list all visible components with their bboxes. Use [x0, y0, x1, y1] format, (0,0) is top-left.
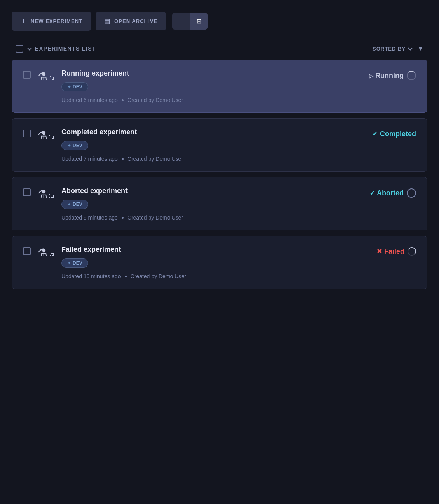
- status-badge: ▷ Running: [369, 71, 416, 80]
- status-badge: ✓ Aborted: [369, 188, 416, 198]
- layers-icon: 🗂: [48, 133, 54, 140]
- card-meta: Updated 10 minutes ago Created by Demo U…: [61, 273, 416, 279]
- toolbar: ＋ NEW EXPERIMENT ▤ OPEN ARCHIVE ☰ ⊞: [12, 12, 427, 31]
- list-header-left: EXPERIMENTS LIST: [16, 45, 96, 53]
- list-view-button[interactable]: ☰: [172, 13, 190, 30]
- updated-time: Updated 9 minutes ago: [61, 214, 118, 221]
- sorted-by-chevron: [409, 48, 412, 50]
- experiment-tag: ✦ DEV: [61, 82, 88, 91]
- layers-icon: 🗂: [48, 251, 54, 258]
- list-title: EXPERIMENTS LIST: [35, 46, 96, 52]
- experiment-tag: ✦ DEV: [61, 200, 88, 209]
- tag-icon: ✦: [67, 261, 71, 266]
- status-label: ✕ Failed: [376, 247, 404, 256]
- experiment-title: Completed experiment: [61, 128, 416, 136]
- select-all-dropdown[interactable]: [28, 48, 31, 50]
- updated-time: Updated 10 minutes ago: [61, 273, 121, 279]
- updated-time: Updated 7 minutes ago: [61, 156, 118, 162]
- list-header-right: SORTED BY ▼: [373, 45, 423, 52]
- card-body: Aborted experiment ✦ DEV Updated 9 minut…: [61, 187, 416, 221]
- archive-icon: ▤: [104, 18, 110, 25]
- view-toggle: ☰ ⊞: [172, 13, 208, 30]
- list-view-icon: ☰: [178, 18, 184, 25]
- created-by: Created by Demo User: [128, 214, 183, 221]
- sorted-by-control[interactable]: SORTED BY: [373, 46, 412, 52]
- card-meta: Updated 9 minutes ago Created by Demo Us…: [61, 214, 416, 221]
- card-meta: Updated 7 minutes ago Created by Demo Us…: [61, 156, 416, 162]
- meta-separator: [122, 217, 124, 219]
- updated-time: Updated 6 minutes ago: [61, 97, 118, 103]
- meta-separator: [122, 99, 124, 101]
- list-header: EXPERIMENTS LIST SORTED BY ▼: [12, 45, 427, 53]
- experiment-icon: ⚗🗂: [38, 129, 54, 142]
- card-body: Failed experiment ✦ DEV Updated 10 minut…: [61, 246, 416, 279]
- plus-icon: ＋: [20, 17, 27, 25]
- status-badge: ✕ Failed: [376, 247, 416, 256]
- status-badge: ✓ Completed: [372, 130, 416, 138]
- flask-icon: ⚗: [38, 129, 47, 142]
- tag-icon: ✦: [67, 143, 71, 148]
- flask-icon: ⚗: [38, 188, 47, 200]
- experiment-tag: ✦ DEV: [61, 141, 88, 150]
- experiment-title: Aborted experiment: [61, 187, 416, 195]
- x-icon: ✕: [376, 248, 382, 255]
- meta-separator: [125, 276, 127, 277]
- created-by: Created by Demo User: [131, 273, 186, 279]
- filter-icon[interactable]: ▼: [417, 45, 423, 52]
- experiment-icon: ⚗🗂: [38, 70, 54, 83]
- tag-icon: ✦: [67, 84, 71, 90]
- experiment-card[interactable]: ⚗🗂 Running experiment ✦ DEV Updated 6 mi…: [12, 60, 427, 113]
- card-body: Completed experiment ✦ DEV Updated 7 min…: [61, 128, 416, 162]
- experiment-checkbox[interactable]: [23, 130, 31, 137]
- experiment-title: Running experiment: [61, 69, 416, 77]
- play-icon: ▷: [369, 73, 373, 79]
- experiment-card[interactable]: ⚗🗂 Failed experiment ✦ DEV Updated 10 mi…: [12, 236, 427, 289]
- grid-view-icon: ⊞: [196, 18, 201, 25]
- loading-spinner-icon: [407, 71, 416, 80]
- created-by: Created by Demo User: [128, 97, 183, 103]
- experiment-icon: ⚗🗂: [38, 188, 54, 200]
- card-body: Running experiment ✦ DEV Updated 6 minut…: [61, 69, 416, 103]
- flask-icon: ⚗: [38, 246, 47, 259]
- tag-label: DEV: [73, 143, 82, 148]
- open-archive-button[interactable]: ▤ OPEN ARCHIVE: [96, 12, 166, 30]
- grid-view-button[interactable]: ⊞: [190, 13, 208, 30]
- tag-icon: ✦: [67, 202, 71, 207]
- select-all-checkbox[interactable]: [16, 45, 23, 53]
- layers-icon: 🗂: [48, 75, 54, 82]
- meta-separator: [122, 158, 124, 160]
- status-label: ✓ Completed: [372, 130, 416, 138]
- new-experiment-button[interactable]: ＋ NEW EXPERIMENT: [12, 12, 91, 31]
- check-icon: ✓: [369, 189, 375, 197]
- experiment-checkbox[interactable]: [23, 188, 31, 196]
- tag-label: DEV: [73, 202, 82, 207]
- experiment-title: Failed experiment: [61, 246, 416, 254]
- experiment-card[interactable]: ⚗🗂 Aborted experiment ✦ DEV Updated 9 mi…: [12, 177, 427, 230]
- status-label: ▷ Running: [369, 72, 404, 80]
- tag-label: DEV: [73, 84, 82, 90]
- created-by: Created by Demo User: [128, 156, 183, 162]
- experiments-list: ⚗🗂 Running experiment ✦ DEV Updated 6 mi…: [12, 60, 427, 289]
- new-experiment-label: NEW EXPERIMENT: [31, 18, 82, 24]
- sorted-by-label: SORTED BY: [373, 46, 406, 52]
- layers-icon: 🗂: [48, 192, 54, 199]
- partial-spinner-icon: [408, 247, 416, 256]
- experiment-tag: ✦ DEV: [61, 258, 88, 268]
- experiment-icon: ⚗🗂: [38, 246, 54, 259]
- circle-icon: [407, 188, 416, 198]
- open-archive-label: OPEN ARCHIVE: [114, 18, 157, 24]
- tag-label: DEV: [73, 260, 82, 266]
- card-meta: Updated 6 minutes ago Created by Demo Us…: [61, 97, 416, 103]
- experiment-checkbox[interactable]: [23, 71, 31, 79]
- flask-icon: ⚗: [38, 70, 47, 83]
- check-icon: ✓: [372, 130, 378, 138]
- experiment-checkbox[interactable]: [23, 247, 31, 255]
- status-label: ✓ Aborted: [369, 189, 404, 197]
- experiment-card[interactable]: ⚗🗂 Completed experiment ✦ DEV Updated 7 …: [12, 118, 427, 172]
